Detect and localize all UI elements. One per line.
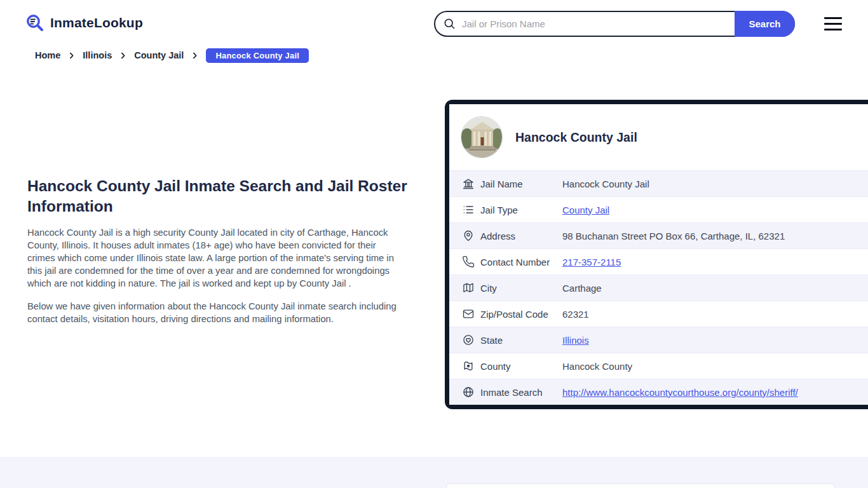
row-label: County — [480, 361, 562, 372]
breadcrumb-county-jail[interactable]: County Jail — [134, 50, 184, 60]
info-paragraph: Below we have given information about th… — [27, 300, 405, 325]
jail-info-table: Jail NameHancock County JailJail TypeCou… — [449, 170, 868, 405]
list-icon — [462, 203, 475, 216]
jail-info-row-inmate-search: Inmate Searchhttp://www.hancockcountycou… — [449, 379, 868, 405]
row-value: 62321 — [562, 309, 589, 320]
breadcrumb-illinois[interactable]: Illinois — [83, 50, 112, 60]
jail-card-header: Hancock County Jail — [449, 104, 868, 170]
mail-icon — [462, 308, 475, 320]
row-label: Inmate Search — [480, 387, 562, 398]
search-bar: Search — [434, 11, 795, 37]
jail-info-row-jail-type: Jail TypeCounty Jail — [449, 196, 868, 222]
map-icon — [462, 281, 475, 294]
chevron-right-icon — [191, 51, 199, 60]
row-label: City — [480, 283, 562, 294]
jail-info-row-contact-number: Contact Number217-357-2115 — [449, 248, 868, 274]
row-value: 98 Buchanan Street PO Box 66, Carthage, … — [562, 231, 785, 241]
chevron-right-icon — [67, 51, 76, 60]
landmark-icon — [462, 177, 475, 190]
jail-info-row-state: StateIllinois — [449, 327, 868, 353]
page-title: Hancock County Jail Inmate Search and Ja… — [27, 176, 409, 217]
row-value: http://www.hancockcountycourthouse.org/c… — [562, 387, 798, 398]
row-label: Contact Number — [480, 257, 562, 268]
row-value-link[interactable]: Illinois — [562, 335, 589, 346]
next-card-top-edge — [446, 484, 835, 488]
globe-icon — [462, 386, 475, 398]
jail-info-row-zip-postal-code: Zip/Postal Code62321 — [449, 301, 868, 327]
menu-icon[interactable] — [824, 17, 842, 30]
search-button[interactable]: Search — [735, 11, 795, 37]
row-label: State — [480, 335, 562, 346]
card-title: Hancock County Jail — [515, 130, 637, 145]
breadcrumb-home[interactable]: Home — [35, 50, 60, 60]
row-value: Carthage — [562, 283, 602, 294]
breadcrumb-current-badge[interactable]: Hancock County Jail — [206, 48, 309, 63]
row-label: Address — [480, 231, 562, 241]
jail-info-row-address: Address98 Buchanan Street PO Box 66, Car… — [449, 222, 868, 248]
intro-paragraph: Hancock County Jail is a high security C… — [27, 226, 405, 290]
county-map-icon — [462, 360, 475, 372]
jail-info-row-jail-name: Jail NameHancock County Jail — [449, 170, 868, 196]
logo-magnifier-icon — [25, 13, 44, 32]
row-value-link[interactable]: 217-357-2115 — [562, 257, 621, 268]
row-label: Jail Type — [480, 205, 562, 215]
map-pin-icon — [462, 229, 475, 242]
footer-band — [0, 457, 868, 488]
row-value: Illinois — [562, 335, 589, 346]
logo[interactable]: InmateLookup — [25, 13, 143, 32]
jail-photo — [461, 116, 503, 158]
page: InmateLookup Search Home Illinois County… — [0, 0, 868, 488]
jail-info-row-county: CountyHancock County — [449, 353, 868, 379]
logo-text: InmateLookup — [50, 15, 143, 30]
row-value: Hancock County — [562, 361, 632, 372]
phone-icon — [462, 255, 475, 268]
breadcrumb: Home Illinois County Jail Hancock County… — [35, 48, 309, 62]
row-value-link[interactable]: County Jail — [562, 205, 609, 215]
jail-info-row-city: CityCarthage — [449, 274, 868, 301]
row-value: Hancock County Jail — [562, 179, 649, 189]
jail-card: Hancock County Jail Jail NameHancock Cou… — [445, 100, 868, 409]
row-label: Jail Name — [480, 179, 562, 189]
row-value: 217-357-2115 — [562, 257, 621, 268]
row-value: County Jail — [562, 205, 609, 215]
row-value-link[interactable]: http://www.hancockcountycourthouse.org/c… — [562, 387, 798, 398]
chevron-right-icon — [119, 51, 127, 60]
search-icon — [443, 17, 456, 32]
row-label: Zip/Postal Code — [480, 309, 562, 320]
globe-americas-icon — [462, 334, 475, 346]
